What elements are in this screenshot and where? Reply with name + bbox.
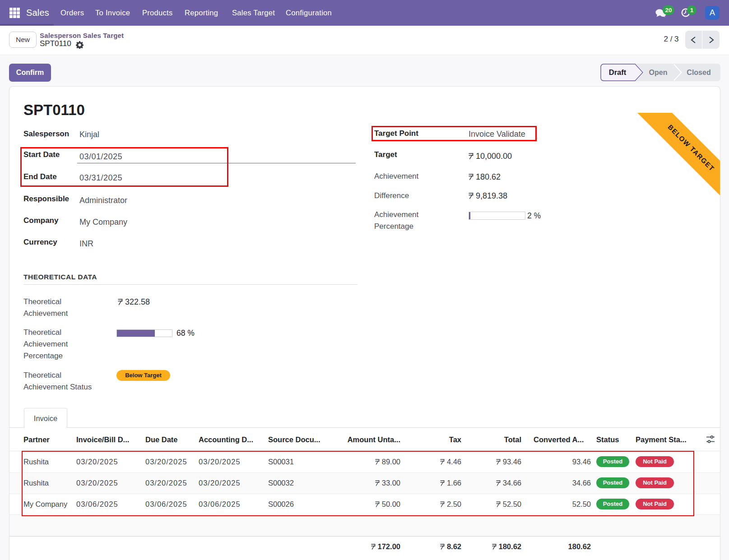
svg-text:Closed: Closed [687, 69, 710, 76]
svg-text:Draft: Draft [609, 68, 627, 76]
svg-text:Open: Open [649, 69, 668, 76]
